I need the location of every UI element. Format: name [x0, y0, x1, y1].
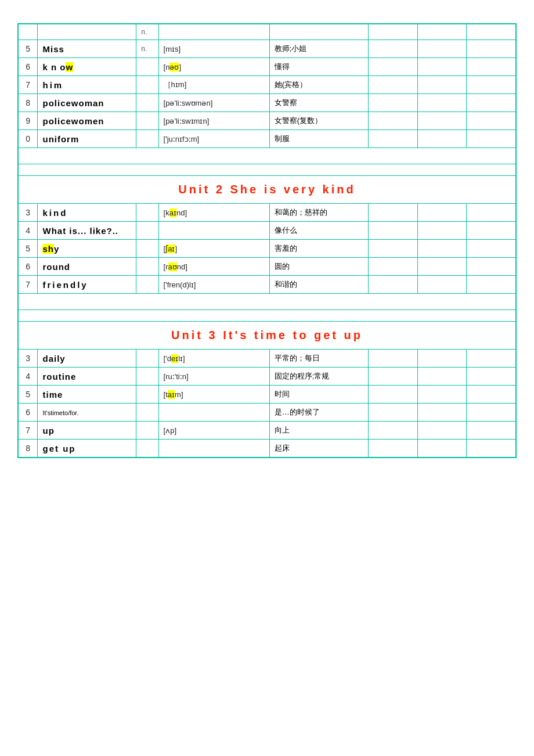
table-row: 7 him ［hɪm] 她(宾格）: [18, 76, 516, 94]
row-extra2: [417, 258, 467, 276]
row-extra1: [368, 368, 417, 386]
row-phonetic: [taɪm]: [158, 386, 269, 404]
row-word: uniform: [38, 130, 136, 148]
row-num: 4: [18, 222, 38, 240]
row-meaning: [269, 24, 368, 40]
row-extra2: [417, 94, 467, 112]
row-phonetic: [pə'liːswɪmɪn]: [158, 112, 269, 130]
row-extra3: [467, 240, 516, 258]
row-extra1: [368, 76, 417, 94]
row-pos: [136, 94, 158, 112]
row-phonetic: [nəʊ]: [158, 58, 269, 76]
row-word: Miss: [38, 40, 136, 58]
row-extra1: [368, 240, 417, 258]
row-extra1: [368, 24, 417, 40]
row-word: routine: [38, 368, 136, 386]
table-row: 3 daily ['deɪlɪ] 平常的；每日: [18, 350, 516, 368]
row-num: 7: [18, 76, 38, 94]
row-word: k n ow: [38, 58, 136, 76]
table-row: 5 shy [ʃaɪ] 害羞的: [18, 240, 516, 258]
row-extra2: [417, 368, 467, 386]
row-pos: [136, 222, 158, 240]
table-row: 8 policewoman [pə'liːswʊmən] 女警察: [18, 94, 516, 112]
table-row: 4 What is... like?.. 像什么: [18, 222, 516, 240]
row-pos: [136, 350, 158, 368]
row-pos: [136, 276, 158, 294]
row-phonetic: [158, 24, 269, 40]
row-extra2: [417, 240, 467, 258]
row-extra3: [467, 276, 516, 294]
row-meaning: 教师;小姐: [269, 40, 368, 58]
row-phonetic: [ʃaɪ]: [158, 240, 269, 258]
row-extra1: [368, 350, 417, 368]
row-extra2: [417, 24, 467, 40]
row-pos: [136, 112, 158, 130]
row-pos: n.: [136, 24, 158, 40]
row-num: 3: [18, 350, 38, 368]
row-extra3: [467, 422, 516, 440]
row-meaning: 圆的: [269, 258, 368, 276]
row-word: It'stimeto/for.: [38, 404, 136, 422]
table-row: 5 Miss n. [mɪs] 教师;小姐: [18, 40, 516, 58]
row-extra1: [368, 130, 417, 148]
row-pos: [136, 76, 158, 94]
row-meaning: 和谐的: [269, 276, 368, 294]
row-num: 5: [18, 386, 38, 404]
row-extra1: [368, 204, 417, 222]
row-extra2: [417, 404, 467, 422]
row-num: 5: [18, 240, 38, 258]
table-row: 0 uniform ['juːnɪfɔːm] 制服: [18, 130, 516, 148]
row-num: 0: [18, 130, 38, 148]
row-extra3: [467, 130, 516, 148]
row-word: get up: [38, 440, 136, 458]
row-meaning: 是…的时候了: [269, 404, 368, 422]
row-extra2: [417, 76, 467, 94]
row-extra1: [368, 94, 417, 112]
row-extra2: [417, 422, 467, 440]
row-extra3: [467, 368, 516, 386]
row-meaning: 固定的程序;常规: [269, 368, 368, 386]
row-phonetic: ['fren(d)lɪ]: [158, 276, 269, 294]
row-pos: [136, 386, 158, 404]
row-meaning: 懂得: [269, 58, 368, 76]
row-pos: [136, 240, 158, 258]
row-extra3: [467, 76, 516, 94]
row-extra1: [368, 386, 417, 404]
row-extra3: [467, 222, 516, 240]
row-extra3: [467, 24, 516, 40]
row-phonetic: [158, 440, 269, 458]
row-word: friendly: [38, 276, 136, 294]
row-extra3: [467, 258, 516, 276]
row-meaning: 时间: [269, 386, 368, 404]
row-word: What is... like?..: [38, 222, 136, 240]
row-extra3: [467, 440, 516, 458]
row-word: shy: [38, 240, 136, 258]
row-meaning: 她(宾格）: [269, 76, 368, 94]
row-extra1: [368, 40, 417, 58]
row-extra2: [417, 440, 467, 458]
row-phonetic: [pə'liːswʊmən]: [158, 94, 269, 112]
row-meaning: 向上: [269, 422, 368, 440]
row-pos: [136, 58, 158, 76]
row-word: daily: [38, 350, 136, 368]
table-row: 8 get up 起床: [18, 440, 516, 458]
row-num: 7: [18, 276, 38, 294]
row-extra1: [368, 112, 417, 130]
row-num: 6: [18, 258, 38, 276]
row-extra3: [467, 94, 516, 112]
row-phonetic: [158, 222, 269, 240]
row-meaning: 女警察: [269, 94, 368, 112]
row-num: 4: [18, 368, 38, 386]
row-word: round: [38, 258, 136, 276]
unit-title: Unit 2 She is very kind: [178, 183, 355, 196]
row-extra3: [467, 112, 516, 130]
row-extra3: [467, 350, 516, 368]
row-meaning: 制服: [269, 130, 368, 148]
table-row: 6 k n ow [nəʊ] 懂得: [18, 58, 516, 76]
row-word: [38, 24, 136, 40]
row-phonetic: [ruː'tiːn]: [158, 368, 269, 386]
row-extra2: [417, 112, 467, 130]
row-pos: [136, 204, 158, 222]
row-pos: [136, 130, 158, 148]
table-row: 5 time [taɪm] 时间: [18, 386, 516, 404]
